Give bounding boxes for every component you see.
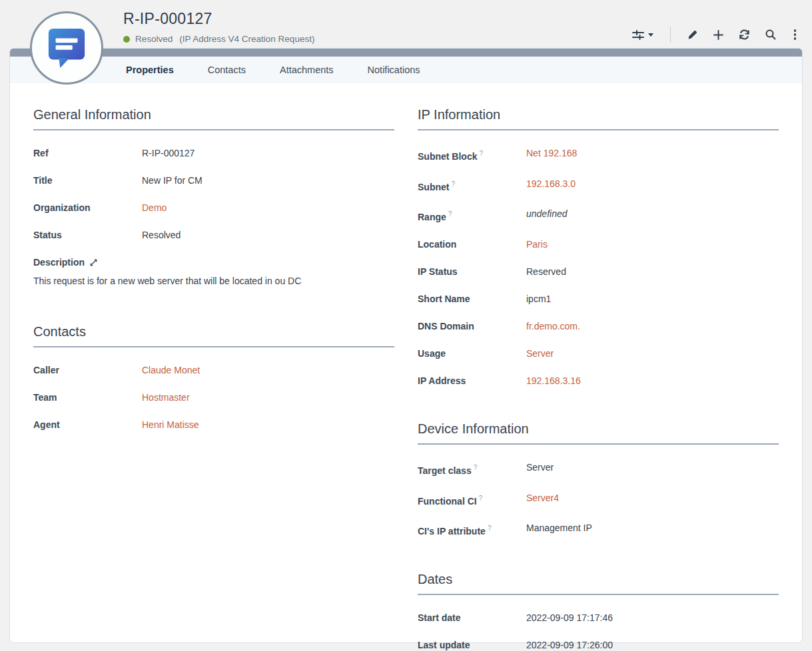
hint-icon: ? [451,180,455,188]
field-functional-ci: Functional CI? Server4 [418,493,779,507]
field-value: undefined [526,208,568,223]
section-title: General Information [33,107,394,130]
field-label: Ref [33,148,142,159]
page-title: R-IP-000127 [123,10,212,28]
avatar [30,11,103,85]
right-column: IP Information Subnet Block? Net 192.168… [418,107,779,651]
sliders-icon [632,30,644,40]
pencil-icon [687,29,698,40]
field-value: Reserved [526,266,566,278]
field-last-update: Last update 2022-09-09 17:26:00 [418,640,779,651]
location-link[interactable]: Paris [526,239,548,250]
tab-notifications[interactable]: Notifications [368,65,420,75]
plus-icon [713,30,723,40]
tab-properties[interactable]: Properties [126,65,174,75]
agent-link[interactable]: Henri Matisse [142,419,199,430]
expand-icon[interactable] [89,258,98,267]
field-caller: Caller Claude Monet [33,365,394,376]
left-column: General Information Ref R-IP-000127 Titl… [33,107,394,651]
search-button[interactable] [765,29,776,40]
field-value: ipcm1 [526,294,551,305]
new-object-button[interactable] [713,30,723,40]
field-label: Last update [418,640,526,651]
ip-address-link[interactable]: 192.168.3.16 [526,375,581,386]
subnet-block-link[interactable]: Net 192.168 [526,148,577,158]
refresh-button[interactable] [739,29,750,40]
actions-menu-button[interactable] [632,30,653,40]
field-label: CI's IP attribute? [418,523,526,537]
field-usage: Usage Server [418,348,779,359]
hint-icon: ? [479,150,483,157]
field-label: Subnet Block? [418,148,526,162]
field-team: Team Hostmaster [33,392,394,403]
field-label: Short Name [418,294,526,305]
field-label: IP Status [418,266,526,278]
field-value: Server [526,462,554,477]
field-description-label: Description [33,257,394,268]
hint-icon: ? [479,495,483,502]
organization-link[interactable]: Demo [142,202,167,213]
refresh-icon [739,29,750,40]
field-label: Usage [418,348,526,359]
fieldset-ip-information: IP Information Subnet Block? Net 192.168… [418,107,779,387]
field-value: R-IP-000127 [142,148,195,159]
field-ip-status: IP Status Reserved [418,266,779,278]
usage-link[interactable]: Server [526,348,554,359]
field-value: Management IP [526,523,592,537]
hint-icon: ? [448,210,452,218]
field-label: Functional CI? [418,493,526,507]
search-icon [765,29,776,40]
fieldset-general-information: General Information Ref R-IP-000127 Titl… [33,107,394,287]
fieldset-device-information: Device Information Target class? Server … [418,421,779,537]
kebab-dot [794,33,797,36]
kebab-dot [794,29,797,32]
field-label: Title [33,175,142,186]
object-details-card: Properties Contacts Attachments Notifica… [9,48,803,643]
field-title: Title New IP for CM [33,175,394,186]
field-location: Location Paris [418,239,779,250]
field-label: Location [418,239,526,250]
fieldset-contacts: Contacts Caller Claude Monet Team Hostma… [33,324,394,431]
more-menu-button[interactable] [791,29,799,41]
field-organization: Organization Demo [33,202,394,214]
status-text: Resolved [135,34,173,44]
field-value: 2022-09-09 17:26:00 [526,640,613,651]
toolbar-divider [670,27,671,43]
field-label: DNS Domain [418,321,526,332]
field-status: Status Resolved [33,230,394,241]
field-subnet-block: Subnet Block? Net 192.168 [418,148,779,162]
field-label: Range? [418,208,526,223]
field-label: Target class? [418,462,526,477]
field-start-date: Start date 2022-09-09 17:17:46 [418,612,779,624]
team-link[interactable]: Hostmaster [142,392,190,403]
description-text: This request is for a new web server tha… [33,275,394,287]
field-label: IP Address [418,375,526,387]
section-title: IP Information [418,107,779,130]
toolbar [632,27,799,43]
status-line: Resolved (IP Address V4 Creation Request… [123,34,314,44]
chevron-down-icon [648,33,653,37]
subnet-link[interactable]: 192.168.3.0 [526,178,576,189]
tab-contacts[interactable]: Contacts [208,65,246,75]
object-header: R-IP-000127 Resolved (IP Address V4 Crea… [0,0,812,48]
field-label: Agent [33,419,142,431]
functional-ci-link[interactable]: Server4 [526,493,559,503]
field-short-name: Short Name ipcm1 [418,294,779,305]
field-value: New IP for CM [142,175,203,186]
dns-domain-link[interactable]: fr.demo.com. [526,321,580,331]
field-ref: Ref R-IP-000127 [33,148,394,159]
caller-link[interactable]: Claude Monet [142,365,200,375]
section-title: Contacts [33,324,394,347]
status-dot-icon [123,36,130,43]
field-dns-domain: DNS Domain fr.demo.com. [418,321,779,332]
section-title: Device Information [418,421,779,445]
field-value: 2022-09-09 17:17:46 [526,612,613,624]
field-subnet: Subnet? 192.168.3.0 [418,178,779,193]
tab-attachments[interactable]: Attachments [280,65,334,75]
tab-bar: Properties Contacts Attachments Notifica… [10,57,802,83]
field-target-class: Target class? Server [418,462,779,477]
field-value: Resolved [142,230,181,241]
edit-button[interactable] [687,29,698,40]
properties-panel: General Information Ref R-IP-000127 Titl… [10,83,802,651]
field-label: Subnet? [418,178,526,193]
